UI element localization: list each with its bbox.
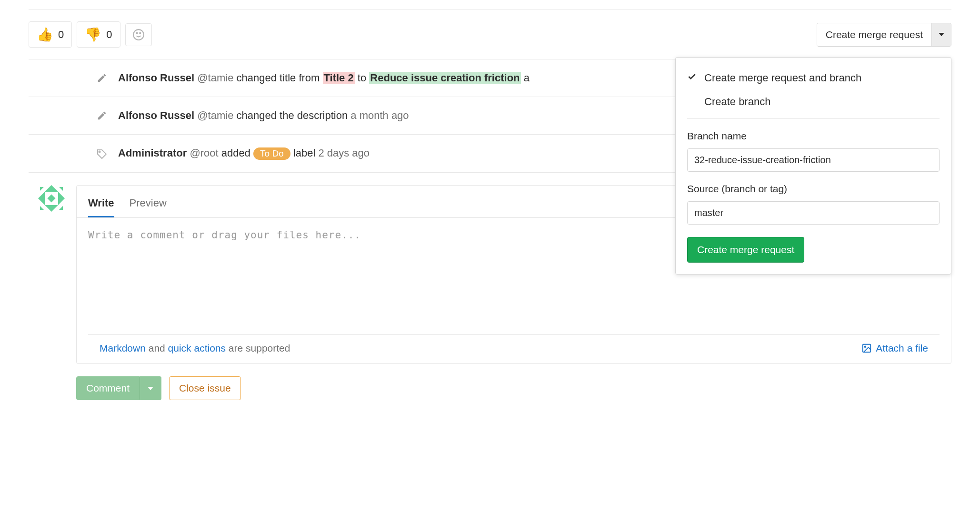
svg-marker-9 [40, 187, 44, 191]
svg-point-14 [865, 346, 866, 348]
activity-time: 2 days ago [318, 147, 370, 159]
activity-author: Administrator [118, 147, 187, 159]
activity-handle: @root [190, 147, 218, 159]
comment-split-button: Comment [76, 376, 161, 400]
svg-marker-6 [45, 185, 58, 192]
pencil-icon [95, 109, 109, 122]
create-merge-request-submit[interactable]: Create merge request [687, 237, 804, 263]
label-badge[interactable]: To Do [253, 147, 290, 160]
source-input[interactable] [687, 201, 940, 225]
quick-actions-link[interactable]: quick actions [168, 343, 226, 353]
pencil-icon [95, 71, 109, 85]
create-merge-request-button[interactable]: Create merge request [817, 23, 931, 46]
svg-rect-8 [48, 195, 56, 203]
check-icon [687, 72, 698, 84]
activity-text: added [221, 147, 250, 159]
source-label: Source (branch or tag) [676, 179, 951, 198]
svg-marker-4 [38, 192, 45, 205]
activity-text: changed the description [237, 109, 348, 121]
caret-down-icon [148, 387, 153, 390]
activity-text: to [358, 72, 366, 84]
activity-text: a [524, 72, 530, 84]
activity-handle: @tamie [197, 109, 233, 121]
svg-marker-7 [45, 205, 58, 212]
branch-name-label: Branch name [676, 127, 951, 146]
activity-handle: @tamie [197, 72, 233, 84]
image-icon [861, 343, 872, 353]
add-reaction-button[interactable] [125, 23, 152, 46]
thumbs-up-icon: 👍 [37, 27, 53, 42]
create-merge-request-dropdown: Create merge request and branch Create b… [675, 57, 951, 275]
comment-button[interactable]: Comment [76, 376, 140, 400]
title-old: Title 2 [323, 72, 355, 84]
branch-name-input[interactable] [687, 148, 940, 172]
svg-marker-11 [40, 206, 44, 210]
avatar [38, 185, 65, 212]
reaction-thumbs-up[interactable]: 👍 0 [29, 21, 72, 48]
svg-marker-12 [59, 206, 63, 210]
comment-help-text: Markdown and quick actions are supported [100, 343, 290, 354]
attach-file-button[interactable]: Attach a file [861, 343, 928, 354]
activity-author: Alfonso Russel [118, 109, 194, 121]
svg-point-0 [133, 29, 144, 40]
svg-point-3 [99, 151, 100, 152]
svg-point-2 [140, 32, 140, 33]
smile-icon [132, 29, 145, 41]
activity-time: a month ago [350, 109, 409, 121]
divider [687, 118, 940, 119]
svg-marker-5 [58, 192, 65, 205]
svg-marker-10 [59, 187, 63, 191]
comment-dropdown-toggle[interactable] [140, 376, 161, 400]
activity-text: changed title from [237, 72, 320, 84]
tag-icon [95, 147, 109, 160]
thumbs-up-count: 0 [58, 29, 64, 41]
close-issue-button[interactable]: Close issue [169, 376, 241, 400]
option-create-mr-and-branch[interactable]: Create merge request and branch [676, 66, 951, 90]
svg-point-1 [136, 32, 137, 33]
create-merge-request-split-button: Create merge request [817, 23, 951, 47]
activity-author: Alfonso Russel [118, 72, 194, 84]
activity-text: label [293, 147, 315, 159]
create-merge-request-dropdown-toggle[interactable] [931, 23, 951, 46]
thumbs-down-count: 0 [106, 29, 112, 41]
caret-down-icon [939, 33, 944, 36]
markdown-link[interactable]: Markdown [100, 343, 146, 353]
option-create-branch[interactable]: Create branch [676, 90, 951, 114]
thumbs-down-icon: 👎 [85, 27, 101, 42]
title-new: Reduce issue creation friction [369, 72, 520, 84]
tab-preview[interactable]: Preview [130, 193, 167, 217]
tab-write[interactable]: Write [88, 193, 114, 217]
reaction-thumbs-down[interactable]: 👎 0 [77, 21, 120, 48]
